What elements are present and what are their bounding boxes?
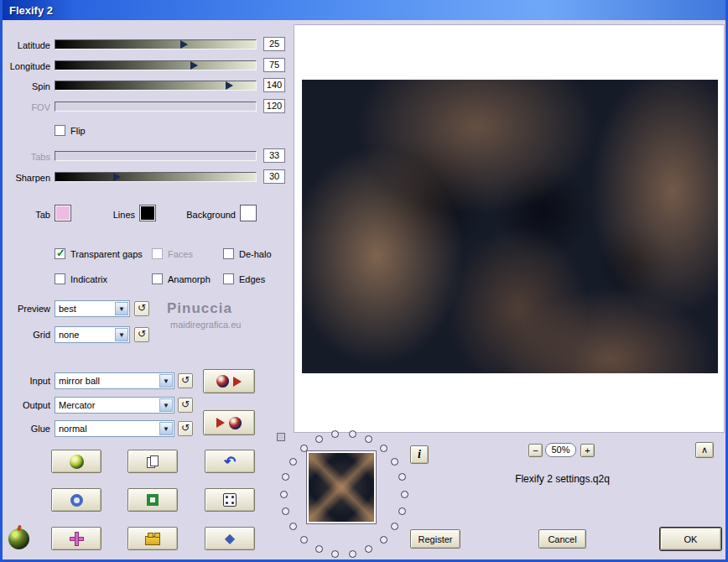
- spin-label: Spin: [3, 81, 50, 92]
- preview-image[interactable]: [302, 80, 718, 373]
- output-combo-value: Mercator: [59, 398, 159, 413]
- ring-dot: [289, 458, 297, 466]
- chevron-down-icon[interactable]: ▼: [159, 422, 173, 435]
- input-combo[interactable]: mirror ball ▼: [55, 372, 174, 389]
- sharpen-value[interactable]: 30: [263, 169, 285, 184]
- glue-reset-button[interactable]: ↺: [178, 421, 193, 436]
- zoom-out-button[interactable]: −: [528, 444, 543, 457]
- navigator-thumbnail[interactable]: [306, 450, 377, 524]
- longitude-slider-handle[interactable]: [190, 61, 198, 70]
- play-icon: [233, 377, 242, 387]
- de-halo-checkbox[interactable]: [223, 248, 234, 259]
- lego-icon: [145, 536, 160, 545]
- sphere-icon: [216, 375, 229, 388]
- info-button[interactable]: i: [410, 445, 429, 464]
- tabs-value[interactable]: 33: [263, 148, 285, 163]
- faces-checkbox: [152, 248, 163, 259]
- ring-icon: [70, 494, 83, 507]
- ring-dot: [401, 491, 408, 498]
- ring-dot: [282, 473, 289, 481]
- undo-icon: ↶: [224, 455, 236, 469]
- spin-value[interactable]: 140: [263, 78, 285, 92]
- flip-checkbox[interactable]: [55, 125, 65, 136]
- ok-button[interactable]: OK: [660, 528, 721, 550]
- glue-combo[interactable]: normal ▼: [55, 420, 174, 437]
- globe-tool-button[interactable]: [51, 450, 101, 473]
- output-combo[interactable]: Mercator ▼: [55, 397, 174, 414]
- sharpen-slider[interactable]: [55, 172, 257, 182]
- gem-icon: ◆: [225, 532, 235, 545]
- ring-dot: [315, 545, 323, 553]
- sharpen-slider-handle[interactable]: [113, 173, 121, 181]
- chevron-down-icon[interactable]: ▼: [159, 398, 173, 412]
- chevron-down-icon[interactable]: ▼: [115, 302, 128, 315]
- ring-dot: [398, 473, 406, 481]
- copy-tool-button[interactable]: [127, 450, 178, 473]
- bomb-button[interactable]: [8, 528, 29, 549]
- ring-dot: [391, 458, 398, 466]
- plus-tool-button[interactable]: [51, 527, 101, 550]
- dice-icon: [223, 493, 237, 507]
- longitude-slider[interactable]: [55, 60, 257, 70]
- preview-combo[interactable]: best ▼: [55, 300, 130, 317]
- undo-tool-button[interactable]: ↶: [205, 450, 255, 473]
- longitude-value[interactable]: 75: [263, 58, 285, 72]
- indicatrix-label: Indicatrix: [70, 274, 107, 285]
- register-button[interactable]: Register: [410, 529, 460, 549]
- input-reset-button[interactable]: ↺: [178, 373, 193, 388]
- chevron-down-icon[interactable]: ▼: [159, 374, 173, 388]
- ring-dot: [365, 545, 372, 553]
- globe-icon: [70, 455, 84, 469]
- tab-color-label: Tab: [19, 210, 50, 221]
- spin-slider-handle[interactable]: [226, 81, 233, 90]
- grid-combo[interactable]: none ▼: [55, 326, 130, 343]
- lines-color-swatch[interactable]: [139, 205, 156, 221]
- ring-dot: [398, 507, 406, 515]
- zoom-in-button[interactable]: +: [580, 444, 595, 457]
- transparent-gaps-checkbox[interactable]: [55, 248, 65, 259]
- tab-color-swatch[interactable]: [55, 205, 71, 221]
- output-reset-button[interactable]: ↺: [178, 398, 193, 413]
- preview-reset-button[interactable]: ↺: [134, 301, 149, 316]
- lines-color-label: Lines: [101, 210, 135, 221]
- info-icon: i: [418, 448, 421, 461]
- edges-checkbox[interactable]: [223, 273, 234, 284]
- background-color-swatch[interactable]: [240, 205, 257, 221]
- apply-reverse-button[interactable]: [203, 410, 255, 435]
- latitude-slider-handle[interactable]: [180, 40, 188, 49]
- ring-handle[interactable]: [277, 433, 285, 441]
- background-color-label: Background: [181, 210, 236, 221]
- spin-slider[interactable]: [55, 81, 257, 91]
- grid-reset-button[interactable]: ↺: [134, 327, 149, 342]
- chevron-down-icon[interactable]: ▼: [115, 328, 128, 341]
- glue-combo-label: Glue: [3, 424, 50, 435]
- ring-dot: [349, 430, 356, 438]
- gem-tool-button[interactable]: ◆: [205, 527, 255, 550]
- square-tool-button[interactable]: [127, 488, 178, 512]
- flexify-dialog: Flexify 2 Latitude 25 Longitude 75 Spin …: [0, 0, 728, 562]
- lego-tool-button[interactable]: [127, 527, 178, 550]
- collapse-button[interactable]: ∧: [695, 442, 714, 458]
- output-combo-label: Output: [3, 400, 50, 411]
- longitude-label: Longitude: [3, 61, 50, 72]
- title-bar[interactable]: Flexify 2: [3, 0, 725, 20]
- dice-tool-button[interactable]: [205, 488, 255, 512]
- anamorph-checkbox[interactable]: [152, 273, 163, 284]
- fov-label: FOV: [3, 102, 50, 113]
- latitude-value[interactable]: 25: [263, 37, 285, 51]
- flip-label: Flip: [70, 126, 86, 137]
- faces-label: Faces: [168, 249, 193, 260]
- play-icon: [216, 418, 225, 428]
- ring-dot: [331, 430, 339, 438]
- cancel-button[interactable]: Cancel: [538, 529, 586, 549]
- apply-forward-button[interactable]: [203, 369, 255, 393]
- ring-dot: [365, 435, 372, 443]
- fov-value[interactable]: 120: [263, 99, 285, 113]
- grid-combo-value: none: [59, 327, 114, 342]
- ring-dot: [280, 491, 288, 498]
- latitude-slider[interactable]: [55, 39, 257, 49]
- sharpen-label: Sharpen: [3, 173, 50, 184]
- ring-tool-button[interactable]: [51, 488, 101, 512]
- indicatrix-checkbox[interactable]: [55, 273, 65, 284]
- fov-slider: [55, 101, 257, 112]
